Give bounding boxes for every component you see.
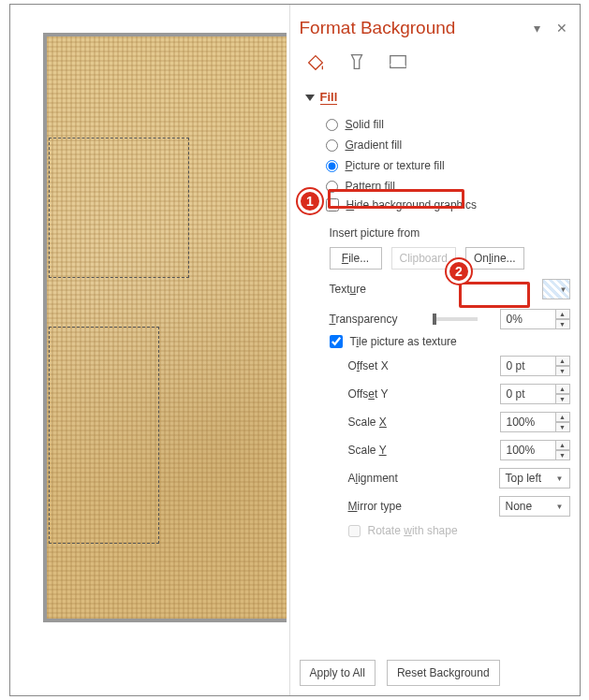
scale-x-input[interactable]: 100% ▲▼: [500, 412, 570, 432]
offset-x-label: Offset X: [348, 359, 425, 372]
chevron-down-icon: ▼: [556, 503, 564, 511]
callout-highlight: [459, 282, 530, 308]
placeholder-box: [49, 138, 189, 278]
chevron-down-icon: ▼: [556, 474, 564, 483]
transparency-label: Transparency: [330, 313, 425, 326]
texture-dropdown[interactable]: ▼: [542, 279, 570, 299]
apply-to-all-button[interactable]: Apply to All: [300, 660, 375, 686]
svg-rect-0: [390, 56, 405, 68]
slide-preview[interactable]: [43, 33, 287, 622]
callout-highlight: [328, 189, 464, 209]
fill-section-header[interactable]: Fill: [305, 90, 570, 105]
rotate-checkbox: Rotate with shape: [348, 524, 570, 537]
effects-tab-icon[interactable]: [346, 51, 367, 75]
spin-up-icon[interactable]: ▲: [556, 309, 570, 319]
app-frame: Format Background ▾ ✕ Fill Solid fill: [9, 4, 581, 696]
expand-triangle-icon: [305, 95, 315, 101]
mirror-label: Mirror type: [348, 500, 425, 513]
pane-menu-button[interactable]: ▾: [529, 21, 546, 36]
close-pane-button[interactable]: ✕: [553, 21, 570, 36]
gradient-fill-radio[interactable]: Gradient fill: [326, 139, 570, 152]
mirror-select[interactable]: None ▼: [499, 496, 570, 517]
slide-preview-pane: [10, 5, 289, 695]
offset-y-input[interactable]: 0 pt ▲▼: [500, 384, 570, 404]
spin-down-icon[interactable]: ▼: [556, 319, 570, 329]
chevron-down-icon: ▼: [560, 285, 567, 294]
transparency-slider[interactable]: [433, 317, 478, 321]
format-background-pane: Format Background ▾ ✕ Fill Solid fill: [289, 5, 580, 695]
online-button[interactable]: Online...: [465, 247, 524, 270]
annotation-badge: 1: [298, 189, 322, 213]
texture-label: Texture: [330, 283, 425, 296]
svg-point-1: [400, 58, 403, 61]
file-button[interactable]: File...: [330, 247, 382, 270]
solid-fill-radio[interactable]: Solid fill: [326, 118, 570, 131]
transparency-input[interactable]: 0% ▲▼: [500, 309, 570, 329]
fill-tab-icon[interactable]: [305, 51, 326, 75]
scale-y-label: Scale Y: [348, 444, 425, 457]
alignment-label: Alignment: [348, 472, 425, 485]
insert-picture-label: Insert picture from: [330, 226, 570, 240]
tile-checkbox[interactable]: Tile picture as texture: [330, 335, 570, 348]
fill-type-radios: Solid fill Gradient fill Picture or text…: [326, 118, 570, 193]
clipboard-button: Clipboard: [391, 247, 456, 270]
fill-section-label: Fill: [320, 90, 338, 105]
pane-title: Format Background: [300, 18, 522, 38]
category-tabs: [305, 51, 570, 75]
picture-fill-radio[interactable]: Picture or texture fill: [326, 159, 570, 172]
offset-y-label: Offset Y: [348, 387, 425, 401]
offset-x-input[interactable]: 0 pt ▲▼: [500, 356, 570, 376]
scale-x-label: Scale X: [348, 416, 425, 429]
annotation-badge: 2: [447, 259, 471, 284]
alignment-select[interactable]: Top left ▼: [499, 468, 570, 489]
picture-tab-icon[interactable]: [388, 51, 408, 75]
reset-background-button[interactable]: Reset Background: [387, 660, 500, 686]
scale-y-input[interactable]: 100% ▲▼: [500, 440, 570, 460]
placeholder-box: [49, 327, 159, 544]
